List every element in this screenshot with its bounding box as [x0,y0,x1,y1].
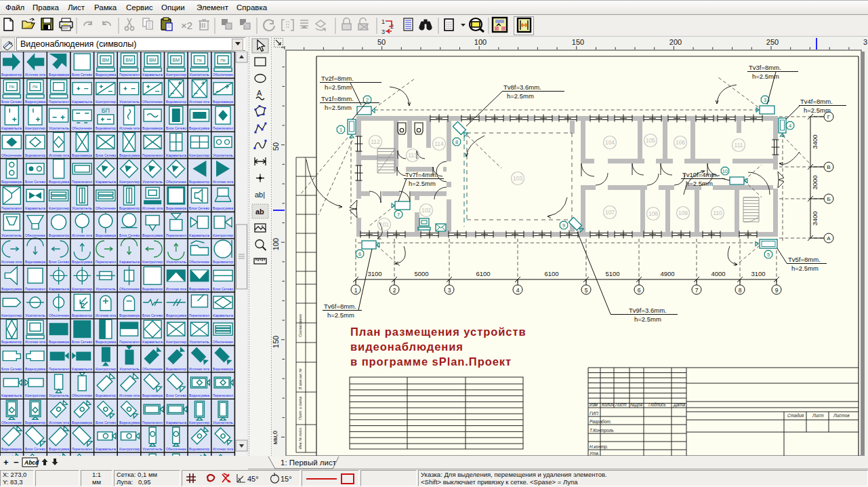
svg-text:Карамлыга: Карамлыга [72,367,92,371]
svg-text:Видеосумма: Видеосумма [72,260,92,264]
svg-text:Обеспечение: Обеспечение [72,126,92,130]
svg-text:План размещения устройств: План размещения устройств [350,326,526,338]
svg-text:Инв.№ подл.: Инв.№ подл. [298,427,302,450]
svg-text:Видеомонитор: Видеомонитор [166,367,186,371]
svg-text:4900: 4900 [660,270,674,277]
svg-text:9: 9 [562,222,565,229]
svg-text:Источник пита: Источник пита [142,206,163,210]
svg-text:Источник пита: Источник пита [72,233,92,237]
svg-text:3000: 3000 [811,175,819,189]
svg-text:Видеомонитор: Видеомонитор [142,287,163,291]
svg-text:ab: ab [255,208,264,216]
svg-text:103: 103 [513,175,522,182]
svg-text:Карамлыга: Карамлыга [72,100,92,104]
svg-text:50: 50 [377,38,386,46]
svg-text:Усилитель: Усилитель [25,313,45,317]
svg-text:Подпись: Подпись [648,402,666,407]
svg-text:Источник пита: Источник пита [189,100,209,104]
svg-text:Блок Сетево: Блок Сетево [96,153,116,157]
svg-text:BM: BM [149,58,157,62]
svg-text:Переключател: Переключател [96,260,116,264]
svg-text:1: Первый лист: 1: Первый лист [281,459,337,467]
svg-text:5100: 5100 [605,270,619,277]
svg-text:Контроллер: Контроллер [213,233,233,237]
svg-text:5: 5 [767,252,770,258]
svg-text:Видеомонитор: Видеомонитор [119,206,140,210]
svg-text:Переключател: Переключател [72,180,92,184]
svg-text:4: 4 [789,123,791,129]
svg-text:Tv8f=3.6mm.: Tv8f=3.6mm. [503,83,541,91]
svg-text:7: 7 [695,287,699,294]
svg-text:Видеосумма: Видеосумма [189,126,209,130]
svg-text:3400: 3400 [811,211,819,225]
svg-text:Обеспечение: Обеспечение [166,180,186,184]
svg-text:Видеокамера: Видеокамера [119,313,140,317]
svg-text:Усилитель: Усилитель [166,260,186,264]
svg-text:Обеспечение: Обеспечение [49,313,69,317]
svg-text:1: 1 [354,287,358,294]
svg-text:Видеомонитор: Видеомонитор [96,393,116,397]
svg-text:6100: 6100 [544,270,558,277]
svg-text:Видеомонитор: Видеомонитор [1,340,22,344]
svg-text:Контроллер: Контроллер [119,180,140,184]
svg-text:Стадия: Стадия [787,413,804,418]
svg-text:Источник пита: Источник пита [213,447,233,451]
svg-text:Видеомонитор: Видеомонитор [213,260,233,264]
svg-text:Обеспечение: Обеспечение [119,287,140,291]
svg-text:A: A [257,89,262,97]
svg-text:9: 9 [775,287,779,294]
svg-text:Лист: Лист [812,413,824,418]
svg-text:Tv4f=8mm.: Tv4f=8mm. [800,98,833,105]
svg-text:Б: Б [827,196,830,202]
svg-text:Карамлыга: Карамлыга [25,206,45,210]
svg-text:Переключател: Переключател [25,287,45,291]
svg-text:Видеокамера: Видеокамера [49,340,69,344]
svg-text:3: 3 [381,28,385,35]
svg-text:h=2.5mm: h=2.5mm [325,104,352,111]
svg-text:106: 106 [676,139,685,146]
svg-text:Усилитель: Усилитель [189,340,209,344]
svg-text:ГИП: ГИП [590,411,598,416]
svg-text:Видеомонитор: Видеомонитор [96,126,116,130]
svg-text:1: 1 [339,127,342,133]
svg-text:Блок Сетево: Блок Сетево [25,447,45,451]
svg-text:Видеокамера: Видеокамера [189,287,209,291]
svg-text:−: − [14,457,19,467]
svg-text:Видеомонитор: Видеомонитор [72,313,92,317]
svg-text:3: 3 [448,287,451,294]
svg-text:Обеспечение: Обеспечение [1,153,22,157]
svg-text:Видеомонитор: Видеомонитор [189,447,209,451]
svg-text:109: 109 [678,210,688,216]
svg-text:Источник пита: Источник пита [25,340,45,344]
svg-text:250: 250 [766,38,779,46]
svg-text:113: 113 [408,152,417,159]
svg-text:Карамлыга: Карамлыга [142,340,163,344]
svg-text:Контроллер: Контроллер [189,153,209,157]
svg-text:107: 107 [605,209,615,216]
svg-text:+: + [3,457,9,467]
svg-text:6: 6 [358,251,361,257]
svg-text:h=2.5mm: h=2.5mm [409,180,436,187]
svg-text:112: 112 [371,138,380,145]
svg-text:Карамлыга: Карамлыга [1,126,22,130]
svg-text:Видеомонитор: Видеомонитор [49,233,69,237]
svg-text:15°: 15° [281,475,292,483]
svg-text:200: 200 [669,38,682,46]
svg-text:Обеспечение: Обеспечение [142,100,163,104]
svg-text:Переключател: Переключател [1,206,22,210]
svg-text:Усилитель: Усилитель [142,180,163,184]
svg-text:Усилитель: Усилитель [119,367,140,371]
svg-text:h=2.5mm: h=2.5mm [325,83,352,91]
svg-text:Видеокамера: Видеокамера [213,367,233,371]
svg-text:2: 2 [393,287,396,294]
svg-text:6: 6 [638,287,641,294]
svg-text:Контроллер: Контроллер [96,367,116,371]
svg-text:Видеосумма: Видеосумма [166,313,186,317]
svg-text:Карамлыга: Карамлыга [49,287,69,291]
svg-text:Видеомонитор: Видеомонитор [189,180,209,184]
svg-text:Блок Сетево: Блок Сетево [96,421,116,425]
svg-text:Карамлыга: Карамлыга [142,73,163,77]
svg-text:3: 3 [863,38,867,46]
svg-text:Источник пита: Источник пита [119,126,140,130]
svg-text:h=2.5mm: h=2.5mm [327,311,354,319]
